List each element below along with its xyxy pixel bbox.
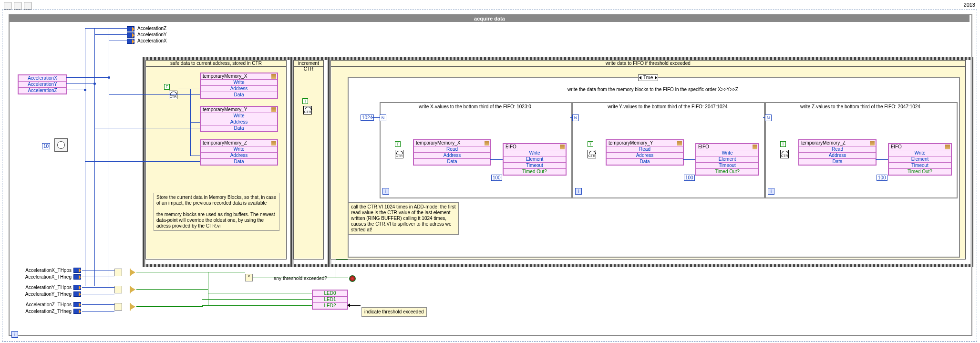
memory-icon [271,74,276,79]
mem-write-x: →temporaryMemory_X Write Address Data [200,73,278,99]
ctr-icon-2: CTR [303,106,312,114]
const-false: F [164,84,170,90]
const-100-z: 100 [877,175,887,181]
mem-note: Store the current data in Memory Blocks,… [154,193,279,231]
const-100-y: 100 [684,175,695,181]
fifo-icon [945,145,950,149]
seq-safe-title: safe data to current address, stored in … [146,61,286,67]
compare-y [114,286,122,293]
year-label: 2013 [964,2,975,8]
loop-i-z: i [768,188,774,195]
compare-z [114,303,122,311]
th-zpos: AccelerationZ_THpos [18,302,72,307]
const-100-x: 100 [491,175,502,181]
loop-n-y: N [572,114,579,121]
memory-icon [870,141,875,146]
led0: LED0 [313,291,347,296]
ctr-note: call the CTR.VI 1024 times in ADD-mode: … [348,202,459,235]
loop-n-x: N [380,114,386,121]
indicator-terminal-x [127,39,134,44]
indicator-terminal-z [127,26,134,31]
case-selector[interactable]: True [638,74,658,81]
ctr-icon-y: CTR [588,150,596,158]
memory-icon [271,141,276,146]
indicator-label-x: AccelerationX [137,38,167,43]
wait-timer-icon [54,138,68,152]
loop-y-title: write Y-values to the bottom third of th… [574,104,761,109]
th-zneg-term [73,309,81,314]
th-ypos: AccelerationY_THpos [18,285,72,290]
or-gate-z [131,304,135,310]
mem-write-y: →temporaryMemory_Y Write Address Data [200,106,278,132]
led2: LED2 [313,302,347,309]
arrow-icon[interactable] [14,2,21,10]
fifo-write-y: →FIFO Write Element Timeout Timed Out? [695,143,759,176]
any-threshold-label: any threshold exceeded? [274,276,327,281]
mem-write-z: →temporaryMemory_Z Write Address Data [200,139,278,166]
fifo-write-z: →FIFO Write Element Timeout Timed Out? [888,143,952,176]
indicator-label-y: AccelerationY [137,32,167,37]
const-true: T [302,98,308,104]
mem-read-z: →temporaryMemory_Z Read Address Data [798,139,877,166]
case-subtitle: write the data from the memory blocks to… [350,87,956,92]
fifo-write-x: →FIFO Write Element Timeout Timed Out? [503,143,567,176]
palette-icon[interactable] [24,2,31,10]
outer-loop-i: i [11,331,18,338]
loop-i-x: i [382,188,389,195]
th-ypos-term [73,285,81,290]
inputs-bundle: AccelerationX AccelerationY Acceleration… [18,74,67,94]
ctr-icon-z: CTR [780,150,789,158]
led-note: indicate threshold exceeded [361,307,427,317]
const-t-z: T [780,141,786,147]
mem-read-y: →temporaryMemory_Y Read Address Data [606,139,684,166]
or-gate-x [131,270,135,275]
th-yneg: AccelerationY_THneg [18,291,72,297]
memory-icon [271,107,276,112]
frame-title: acquire data [10,15,970,22]
compare-x [114,269,122,276]
indicator-label-z: AccelerationZ [137,26,166,31]
bundle-x: AccelerationX [19,75,66,81]
th-xneg-term [73,274,81,280]
indicator-terminal-y [127,32,134,38]
const-t-y: T [588,141,593,147]
combine-icon: ∨ [245,274,253,281]
note-arrow-icon [347,303,350,307]
const-t-x: T [395,141,401,147]
fifo-icon [753,145,757,149]
bundle-y: AccelerationY [19,81,66,87]
th-xneg: AccelerationX_THneg [18,274,72,280]
loop-n-z: N [765,114,772,121]
th-xpos: AccelerationX_THpos [18,268,72,273]
led-box: LED0 LED1 LED2 [312,290,348,310]
mem-read-x: →temporaryMemory_X Read Address Data [413,139,491,166]
ctr-icon-1: CTR [169,91,177,99]
loop-x-title: write X-values to the bottom third of th… [382,104,568,109]
memory-icon [677,141,682,146]
threshold-led-indicator [349,275,356,282]
seq-fifo-title: write data to FIFO if threshold exceeded [331,61,965,67]
bundle-z: AccelerationZ [19,87,66,94]
or-gate-y [131,287,135,292]
const-10: 10 [42,143,50,149]
loop-i-y: i [575,188,582,195]
th-zneg: AccelerationZ_THneg [18,309,72,314]
loop-z-title: write Z-values to the bottom third of th… [767,104,954,109]
hand-icon[interactable] [4,2,11,10]
th-zpos-term [73,302,81,307]
seq-inc-title: increment CTR [294,61,323,67]
ctr-icon-x: CTR [395,150,403,158]
memory-icon [485,141,489,146]
fifo-icon [560,145,565,149]
th-yneg-term [73,291,81,297]
th-xpos-term [73,268,81,273]
led1: LED1 [313,296,347,302]
